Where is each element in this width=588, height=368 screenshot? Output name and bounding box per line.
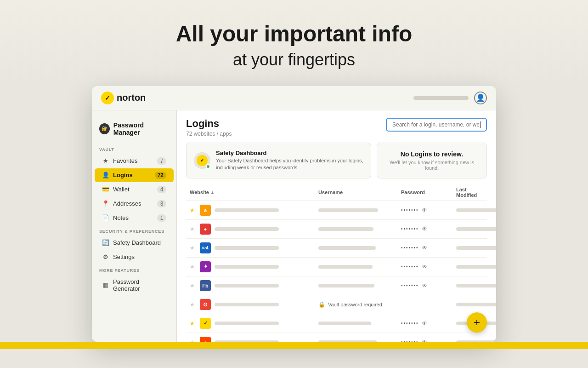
site-name-bar bbox=[215, 303, 279, 306]
eye-icon[interactable]: 👁 bbox=[422, 282, 428, 289]
website-cell: ★ Aol. bbox=[190, 242, 318, 253]
safety-banner-desc: Your Safety Dashboard helps you identify… bbox=[216, 157, 363, 172]
table-header: Website ▲ Username Password Last Modifie… bbox=[186, 184, 487, 201]
eye-icon[interactable]: 👁 bbox=[422, 339, 428, 342]
site-logo: G bbox=[200, 299, 211, 310]
username-bar bbox=[318, 322, 371, 325]
sidebar-item-addresses[interactable]: 📍 Addresses 3 bbox=[95, 197, 174, 211]
hero-section: All your important info at your fingerti… bbox=[0, 0, 588, 86]
eye-icon[interactable]: 👁 bbox=[422, 320, 428, 327]
page-title: Logins bbox=[186, 118, 232, 130]
content-area: Logins 72 websites / apps ✓ Safety Dashb bbox=[177, 110, 496, 342]
star-icon[interactable]: ★ bbox=[190, 226, 196, 232]
last-modified-bar bbox=[456, 284, 496, 288]
hero-subtitle: at your fingertips bbox=[0, 50, 588, 69]
password-manager-icon: 🔐 bbox=[99, 123, 110, 134]
add-login-fab[interactable]: + bbox=[467, 312, 487, 333]
eye-icon[interactable]: 👁 bbox=[422, 264, 428, 270]
star-icon[interactable]: ★ bbox=[190, 301, 196, 308]
account-icon[interactable]: 👤 bbox=[474, 92, 487, 104]
sidebar-item-wallet[interactable]: 💳 Wallet 4 bbox=[95, 183, 174, 196]
website-cell: ★ ● bbox=[190, 337, 318, 342]
sidebar-item-logins[interactable]: 👤 Logins 72 bbox=[95, 168, 174, 182]
table-row: ★ ✦ ••••••• 👁 ⋮ bbox=[186, 258, 487, 276]
sidebar-item-password-generator[interactable]: ▦ Password Generator bbox=[95, 275, 174, 295]
star-icon[interactable]: ★ bbox=[190, 320, 196, 327]
star-icon[interactable]: ★ bbox=[190, 264, 196, 270]
app-window: ✓ norton 👤 🔐 Password Manager VAULT ★ Fa… bbox=[92, 86, 496, 342]
vault-section-header: VAULT bbox=[92, 144, 176, 154]
password-generator-label: Password Generator bbox=[113, 278, 166, 292]
password-dots: ••••••• 👁 bbox=[401, 245, 456, 251]
safety-icon-check: ✓ bbox=[197, 155, 208, 166]
notes-label: Notes bbox=[113, 214, 153, 221]
password-dots: ••••••• 👁 bbox=[401, 320, 456, 327]
website-cell: ★ ● bbox=[190, 224, 318, 235]
addresses-label: Addresses bbox=[113, 200, 153, 207]
search-box[interactable] bbox=[386, 118, 487, 132]
username-bar bbox=[318, 227, 373, 231]
app-name: norton bbox=[117, 92, 146, 103]
site-name-bar bbox=[215, 246, 279, 250]
sidebar-app-header: 🔐 Password Manager bbox=[92, 118, 176, 144]
safety-banner-title: Safety Dashboard bbox=[216, 150, 363, 156]
col-website: Website ▲ bbox=[190, 187, 318, 198]
star-icon[interactable]: ★ bbox=[190, 207, 196, 213]
site-logo: ● bbox=[200, 337, 211, 342]
site-logo: ✦ bbox=[200, 261, 211, 272]
settings-label: Settings bbox=[113, 253, 166, 260]
star-icon[interactable]: ★ bbox=[190, 245, 196, 251]
norton-logo: ✓ norton bbox=[101, 92, 146, 104]
password-dots: ••••••• 👁 bbox=[401, 339, 456, 342]
norton-check-icon: ✓ bbox=[101, 92, 114, 104]
sidebar-item-notes[interactable]: 📄 Notes 1 bbox=[95, 211, 174, 225]
col-modified: Last Modified bbox=[456, 187, 477, 198]
addresses-icon: 📍 bbox=[102, 200, 109, 207]
table-wrapper: Website ▲ Username Password Last Modifie… bbox=[177, 184, 496, 342]
table-row: ★ ● ••••••• 👁 ⋮ bbox=[186, 333, 487, 342]
sidebar-item-settings[interactable]: ⚙ Settings bbox=[95, 250, 174, 264]
eye-icon[interactable]: 👁 bbox=[422, 207, 428, 213]
search-input[interactable] bbox=[392, 121, 479, 128]
addresses-count: 3 bbox=[157, 200, 166, 207]
website-cell: ★ a bbox=[190, 205, 318, 216]
eye-icon[interactable]: 👁 bbox=[422, 226, 428, 232]
password-dots: ••••••• 👁 bbox=[401, 207, 456, 213]
wallet-icon: 💳 bbox=[102, 186, 109, 193]
site-name-bar bbox=[215, 322, 279, 325]
title-bar-decoration bbox=[413, 96, 469, 100]
website-cell: ★ G bbox=[190, 299, 318, 310]
safety-dashboard-icon: 🔄 bbox=[102, 239, 109, 247]
star-icon[interactable]: ★ bbox=[190, 339, 196, 342]
sidebar-item-safety-dashboard[interactable]: 🔄 Safety Dashboard bbox=[95, 236, 174, 250]
vault-password-row: 🔒 Vault password required bbox=[318, 301, 401, 308]
banner-row: ✓ Safety Dashboard Your Safety Dashboard… bbox=[186, 143, 487, 178]
table-row: ★ a ••••••• 👁 ⋮ bbox=[186, 201, 487, 220]
site-name-bar bbox=[215, 340, 279, 342]
last-modified-bar bbox=[456, 208, 496, 212]
safety-dashboard-label: Safety Dashboard bbox=[113, 239, 166, 246]
eye-icon[interactable]: 👁 bbox=[422, 245, 428, 251]
wallet-label: Wallet bbox=[113, 186, 153, 193]
settings-icon: ⚙ bbox=[102, 253, 109, 261]
sidebar-app-name: Password Manager bbox=[113, 121, 169, 136]
password-dots: ••••••• 👁 bbox=[401, 226, 456, 232]
website-cell: ★ Fb bbox=[190, 280, 318, 291]
logins-icon: 👤 bbox=[102, 172, 109, 179]
logins-count: 72 bbox=[155, 172, 166, 179]
last-modified-bar bbox=[456, 265, 496, 269]
logins-label: Logins bbox=[113, 172, 151, 178]
last-modified-bar bbox=[456, 340, 496, 342]
star-icon[interactable]: ★ bbox=[190, 282, 196, 289]
safety-text-area: Safety Dashboard Your Safety Dashboard h… bbox=[216, 150, 363, 172]
lock-icon: 🔒 bbox=[318, 301, 325, 308]
safety-banner-icon: ✓ bbox=[194, 152, 210, 169]
site-logo: ● bbox=[200, 224, 211, 235]
sidebar-item-favorites[interactable]: ★ Favorites 7 bbox=[95, 154, 174, 168]
no-logins-box: No Logins to review. We'll let you know … bbox=[377, 143, 487, 178]
favorites-icon: ★ bbox=[102, 157, 109, 165]
sidebar: 🔐 Password Manager VAULT ★ Favorites 7 👤… bbox=[92, 110, 177, 342]
col-password: Password bbox=[401, 187, 456, 198]
content-header: Logins 72 websites / apps bbox=[177, 110, 496, 143]
no-logins-desc: We'll let you know if something new is f… bbox=[386, 160, 477, 171]
